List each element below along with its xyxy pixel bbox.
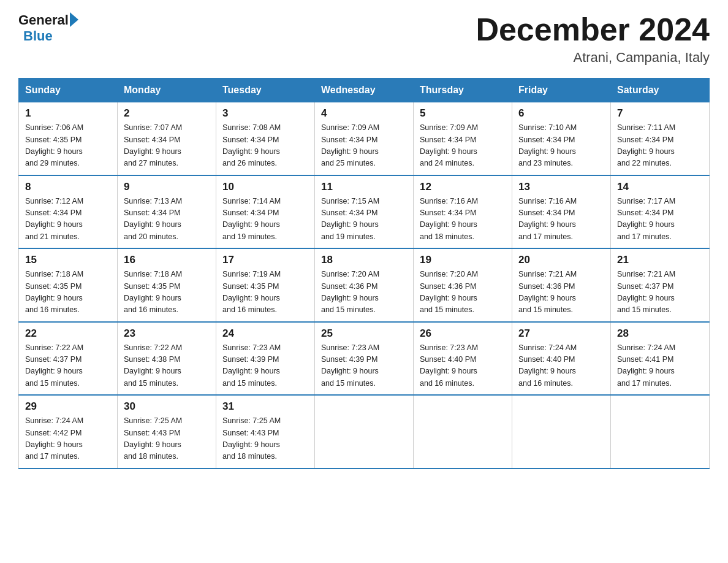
day-info: Sunrise: 7:22 AMSunset: 4:37 PMDaylight:… [25,342,111,390]
week-row-2: 8 Sunrise: 7:12 AMSunset: 4:34 PMDayligh… [19,175,710,249]
calendar-cell: 22 Sunrise: 7:22 AMSunset: 4:37 PMDaylig… [19,322,118,396]
calendar-cell: 31 Sunrise: 7:25 AMSunset: 4:43 PMDaylig… [216,395,315,469]
day-info: Sunrise: 7:14 AMSunset: 4:34 PMDaylight:… [222,196,308,243]
day-number: 26 [420,327,506,340]
calendar-cell: 21 Sunrise: 7:21 AMSunset: 4:37 PMDaylig… [611,248,710,322]
calendar-cell: 3 Sunrise: 7:08 AMSunset: 4:34 PMDayligh… [216,102,315,175]
day-info: Sunrise: 7:10 AMSunset: 4:34 PMDaylight:… [518,122,604,170]
day-info: Sunrise: 7:09 AMSunset: 4:34 PMDaylight:… [420,122,506,170]
day-number: 4 [321,107,407,120]
day-info: Sunrise: 7:20 AMSunset: 4:36 PMDaylight:… [321,269,407,316]
day-info: Sunrise: 7:09 AMSunset: 4:34 PMDaylight:… [321,122,407,170]
day-number: 8 [25,181,111,193]
week-row-4: 22 Sunrise: 7:22 AMSunset: 4:37 PMDaylig… [19,322,710,396]
calendar-cell: 5 Sunrise: 7:09 AMSunset: 4:34 PMDayligh… [414,102,512,175]
day-info: Sunrise: 7:16 AMSunset: 4:34 PMDaylight:… [420,196,506,243]
day-info: Sunrise: 7:24 AMSunset: 4:42 PMDaylight:… [25,415,111,463]
calendar-cell: 27 Sunrise: 7:24 AMSunset: 4:40 PMDaylig… [512,322,611,396]
week-row-3: 15 Sunrise: 7:18 AMSunset: 4:35 PMDaylig… [19,248,710,322]
calendar-cell: 8 Sunrise: 7:12 AMSunset: 4:34 PMDayligh… [19,175,118,249]
day-info: Sunrise: 7:19 AMSunset: 4:35 PMDaylight:… [222,269,308,316]
calendar-cell [512,395,611,469]
day-info: Sunrise: 7:17 AMSunset: 4:34 PMDaylight:… [617,196,703,243]
day-info: Sunrise: 7:08 AMSunset: 4:34 PMDaylight:… [222,122,308,170]
day-info: Sunrise: 7:25 AMSunset: 4:43 PMDaylight:… [124,415,210,463]
column-header-friday: Friday [512,79,611,102]
day-number: 25 [321,327,407,340]
day-info: Sunrise: 7:18 AMSunset: 4:35 PMDaylight:… [124,269,210,316]
day-number: 31 [222,400,308,413]
day-info: Sunrise: 7:25 AMSunset: 4:43 PMDaylight:… [222,415,308,463]
day-info: Sunrise: 7:23 AMSunset: 4:39 PMDaylight:… [321,342,407,390]
day-info: Sunrise: 7:07 AMSunset: 4:34 PMDaylight:… [124,122,210,170]
day-number: 11 [321,181,407,193]
calendar-cell: 29 Sunrise: 7:24 AMSunset: 4:42 PMDaylig… [19,395,118,469]
calendar-cell: 2 Sunrise: 7:07 AMSunset: 4:34 PMDayligh… [118,102,216,175]
logo-arrow-icon [70,12,78,27]
calendar-cell: 7 Sunrise: 7:11 AMSunset: 4:34 PMDayligh… [611,102,710,175]
calendar-cell: 15 Sunrise: 7:18 AMSunset: 4:35 PMDaylig… [19,248,118,322]
day-number: 14 [617,181,703,193]
calendar-cell: 14 Sunrise: 7:17 AMSunset: 4:34 PMDaylig… [611,175,710,249]
logo-general-text: General [18,12,69,28]
calendar-cell: 9 Sunrise: 7:13 AMSunset: 4:34 PMDayligh… [118,175,216,249]
calendar-cell [611,395,710,469]
day-number: 7 [617,107,703,120]
week-row-5: 29 Sunrise: 7:24 AMSunset: 4:42 PMDaylig… [19,395,710,469]
column-header-saturday: Saturday [611,79,710,102]
day-number: 27 [518,327,604,340]
day-number: 17 [222,254,308,266]
day-info: Sunrise: 7:20 AMSunset: 4:36 PMDaylight:… [420,269,506,316]
day-number: 20 [518,254,604,266]
day-info: Sunrise: 7:13 AMSunset: 4:34 PMDaylight:… [124,196,210,243]
calendar-cell [414,395,512,469]
day-number: 3 [222,107,308,120]
header-right: December 2024 Atrani, Campania, Italy [476,12,710,66]
day-info: Sunrise: 7:06 AMSunset: 4:35 PMDaylight:… [25,122,111,170]
calendar-cell: 20 Sunrise: 7:21 AMSunset: 4:36 PMDaylig… [512,248,611,322]
day-info: Sunrise: 7:15 AMSunset: 4:34 PMDaylight:… [321,196,407,243]
day-info: Sunrise: 7:23 AMSunset: 4:40 PMDaylight:… [420,342,506,390]
location-text: Atrani, Campania, Italy [476,50,710,66]
calendar-cell: 25 Sunrise: 7:23 AMSunset: 4:39 PMDaylig… [315,322,414,396]
calendar-header: SundayMondayTuesdayWednesdayThursdayFrid… [19,79,710,102]
calendar-cell: 24 Sunrise: 7:23 AMSunset: 4:39 PMDaylig… [216,322,315,396]
column-header-thursday: Thursday [414,79,512,102]
day-number: 29 [25,400,111,413]
day-number: 12 [420,181,506,193]
logo: General Blue [18,12,78,44]
calendar-body: 1 Sunrise: 7:06 AMSunset: 4:35 PMDayligh… [19,102,710,469]
calendar-cell: 12 Sunrise: 7:16 AMSunset: 4:34 PMDaylig… [414,175,512,249]
calendar-cell: 1 Sunrise: 7:06 AMSunset: 4:35 PMDayligh… [19,102,118,175]
day-info: Sunrise: 7:24 AMSunset: 4:40 PMDaylight:… [518,342,604,390]
calendar-cell: 16 Sunrise: 7:18 AMSunset: 4:35 PMDaylig… [118,248,216,322]
month-title: December 2024 [476,12,710,47]
calendar-cell: 19 Sunrise: 7:20 AMSunset: 4:36 PMDaylig… [414,248,512,322]
calendar-cell: 30 Sunrise: 7:25 AMSunset: 4:43 PMDaylig… [118,395,216,469]
logo-blue-text: Blue [23,28,53,44]
day-number: 21 [617,254,703,266]
calendar-cell: 18 Sunrise: 7:20 AMSunset: 4:36 PMDaylig… [315,248,414,322]
page-header: General Blue December 2024 Atrani, Campa… [18,12,710,66]
day-info: Sunrise: 7:23 AMSunset: 4:39 PMDaylight:… [222,342,308,390]
day-number: 6 [518,107,604,120]
day-number: 10 [222,181,308,193]
calendar-cell: 28 Sunrise: 7:24 AMSunset: 4:41 PMDaylig… [611,322,710,396]
day-number: 22 [25,327,111,340]
day-number: 23 [124,327,210,340]
day-number: 1 [25,107,111,120]
calendar-cell: 23 Sunrise: 7:22 AMSunset: 4:38 PMDaylig… [118,322,216,396]
header-row: SundayMondayTuesdayWednesdayThursdayFrid… [19,79,710,102]
day-number: 9 [124,181,210,193]
day-number: 2 [124,107,210,120]
calendar-cell: 13 Sunrise: 7:16 AMSunset: 4:34 PMDaylig… [512,175,611,249]
day-info: Sunrise: 7:18 AMSunset: 4:35 PMDaylight:… [25,269,111,316]
calendar-cell: 17 Sunrise: 7:19 AMSunset: 4:35 PMDaylig… [216,248,315,322]
column-header-tuesday: Tuesday [216,79,315,102]
calendar-cell: 11 Sunrise: 7:15 AMSunset: 4:34 PMDaylig… [315,175,414,249]
week-row-1: 1 Sunrise: 7:06 AMSunset: 4:35 PMDayligh… [19,102,710,175]
day-number: 16 [124,254,210,266]
day-number: 18 [321,254,407,266]
day-number: 24 [222,327,308,340]
day-number: 15 [25,254,111,266]
